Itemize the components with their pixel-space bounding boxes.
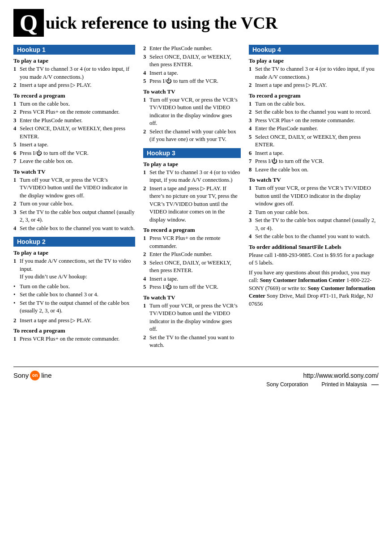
page-title: uick reference to using the VCR — [44, 14, 277, 31]
hookup3-record-list: 1Press VCR Plus+ on the remote commander… — [143, 235, 241, 291]
line-word: line — [41, 371, 51, 379]
list-item: 1Turn off your VCR, or press the VCR’s T… — [143, 302, 241, 333]
list-item: 7Press I/⏻ to turn off the VCR. — [249, 158, 379, 166]
main-columns: Hookup 1 To play a tape 1Set the TV to c… — [13, 45, 379, 351]
list-item: 1Turn on the cable box. — [13, 100, 135, 108]
sony-online-logo: Sony on line — [13, 371, 52, 380]
page-dash: — — [371, 380, 379, 388]
list-item: 2Turn on your cable box. — [13, 200, 135, 208]
hookup2-watch-heading: To watch TV — [143, 88, 241, 95]
sony-customer-info-1: Sony Customer Information Center — [260, 277, 345, 283]
hookup2-play-step2: 2Insert a tape and press ▷ PLAY. — [13, 317, 135, 325]
hookup2-watch-list: 1Turn off your VCR, or press the VCR’s T… — [143, 96, 241, 144]
hookup4-record-heading: To record a program — [249, 92, 379, 99]
list-item: 4Select ONCE, DAILY, or WEEKLY, then pre… — [13, 125, 135, 141]
list-item: 2Insert a tape and press ▷ PLAY. If ther… — [143, 185, 241, 224]
list-item: 5Press I/⏻ to turn off the VCR. — [143, 77, 241, 85]
list-item: •Set the cable box to channel 3 or 4. — [13, 291, 135, 299]
hookup1-watch-heading: To watch TV — [13, 168, 135, 175]
order-text1: Please call 1-888-293-9885. Cost is $9.9… — [249, 252, 379, 267]
hookup3-watch-heading: To watch TV — [143, 294, 241, 301]
list-item: 1Press VCR Plus+ on the remote commander… — [143, 235, 241, 250]
list-item: •Set the TV to the output channel of the… — [13, 299, 135, 315]
list-item: •Turn on the cable box. — [13, 283, 135, 291]
list-item: 1Turn on the cable box. — [249, 100, 379, 108]
list-item: 2Insert a tape and press ▷ PLAY. — [249, 81, 379, 90]
list-item: 2Insert a tape and press ▷ PLAY. — [13, 81, 135, 90]
list-item: 6Insert a tape. — [249, 149, 379, 158]
list-item: 7Leave the cable box on. — [13, 158, 135, 166]
list-item: 2Set the cable box to the channel you wa… — [249, 108, 379, 116]
sony-customer-info-2: Sony Customer Information Center — [249, 285, 375, 299]
hookup2-record-continued: 2Enter the PlusCode number. 3Select ONCE… — [143, 45, 241, 85]
hookup1-watch-list: 1Turn off your VCR, or press the VCR’s T… — [13, 176, 135, 233]
list-item: 1 If you made A/V connections, set the T… — [13, 257, 135, 281]
list-item: 1Press VCR Plus+ on the remote commander… — [13, 335, 135, 343]
hookup2-continued: 2Enter the PlusCode number. 3Select ONCE… — [143, 45, 241, 144]
hookup3-header: Hookup 3 — [143, 148, 241, 158]
page: Q uick reference to using the VCR Hookup… — [0, 0, 392, 555]
list-item: 2Enter the PlusCode number. — [143, 251, 241, 259]
hookup4-record-list: 1Turn on the cable box. 2Set the cable b… — [249, 100, 379, 174]
hookup4-order-heading: To order additional SmartFile Labels — [249, 243, 379, 251]
hookup3-play-list: 1Set the TV to channel 3 or 4 (or to vid… — [143, 169, 241, 224]
list-item: 1Turn off your VCR, or press the VCR’s T… — [249, 184, 379, 208]
hookup4-watch-heading: To watch TV — [249, 176, 379, 184]
on-badge: on — [30, 371, 40, 380]
list-item: 3Enter the PlusCode number. — [13, 117, 135, 125]
list-item: 3Select ONCE, DAILY, or WEEKLY, then pre… — [143, 259, 241, 275]
title-row: Q uick reference to using the VCR — [13, 9, 379, 37]
printed-in: Printed in Malaysia — [322, 381, 367, 388]
hookup2-play-list: 1 If you made A/V connections, set the T… — [13, 257, 135, 281]
list-item: 2Enter the PlusCode number. — [143, 45, 241, 53]
order-text2: If you have any questions about this pro… — [249, 269, 379, 308]
hookup2-record-heading: To record a program — [13, 327, 135, 334]
footer-url: http://www.world.sony.com/ — [303, 372, 379, 379]
sony-word: Sony — [13, 371, 29, 379]
list-item: 3Set the TV to the cable box output chan… — [13, 209, 135, 224]
list-item: 4Set the cable box to the channel you wa… — [249, 233, 379, 241]
list-item: 1Set the TV to channel 3 or 4 (or to vid… — [143, 169, 241, 184]
list-item: 2Turn on your cable box. — [249, 209, 379, 217]
list-item: 1Turn off your VCR, or press the VCR’s T… — [143, 96, 241, 128]
footer-bottom-bar: Sony Corporation Printed in Malaysia — — [13, 380, 379, 388]
list-item: 4Insert a tape. — [143, 275, 241, 283]
list-item: 3Set the TV to the cable box output chan… — [249, 217, 379, 232]
middle-column: 2Enter the PlusCode number. 3Select ONCE… — [143, 45, 249, 351]
hookup4-header: Hookup 4 — [249, 45, 379, 55]
hookup2-header: Hookup 2 — [13, 237, 135, 247]
footer: Sony on line http://www.world.sony.com/ … — [13, 359, 379, 388]
hookup3-record-heading: To record a program — [143, 226, 241, 234]
hookup4-play-list: 1Set the TV to channel 3 or 4 (or to vid… — [249, 65, 379, 90]
hookup2-play-heading: To play a tape — [13, 249, 135, 256]
hookup1-header: Hookup 1 — [13, 45, 135, 55]
list-item: 4Insert a tape. — [143, 69, 241, 77]
list-item: 5Press I/⏻ to turn off the VCR. — [143, 283, 241, 291]
list-item: 2Select the channel with your cable box … — [143, 128, 241, 144]
list-item: 1Set the TV to channel 3 or 4 (or to vid… — [249, 65, 379, 81]
hookup4-watch-list: 1Turn off your VCR, or press the VCR’s T… — [249, 184, 379, 241]
hookup4-play-heading: To play a tape — [249, 57, 379, 64]
list-item: 4Set the cable box to the channel you wa… — [13, 225, 135, 233]
hookup1-record-list: 1Turn on the cable box. 2Press VCR Plus+… — [13, 100, 135, 166]
hookup3-watch-list: 1Turn off your VCR, or press the VCR’s T… — [143, 302, 241, 350]
hookup2-bullets: •Turn on the cable box. •Set the cable b… — [13, 283, 135, 315]
company-name: Sony Corporation — [266, 381, 308, 388]
hookup1-record-heading: To record a program — [13, 92, 135, 99]
list-item: 3Press VCR Plus+ on the remote commander… — [249, 117, 379, 125]
list-item: 1Set the TV to channel 3 or 4 (or to vid… — [13, 65, 135, 81]
list-item: 1Turn off your VCR, or press the VCR’s T… — [13, 176, 135, 200]
list-item: 4Enter the PlusCode number. — [249, 125, 379, 133]
hookup1-play-heading: To play a tape — [13, 57, 135, 64]
left-column: Hookup 1 To play a tape 1Set the TV to c… — [13, 45, 143, 351]
q-letter: Q — [13, 9, 44, 37]
hookup3-play-heading: To play a tape — [143, 161, 241, 168]
list-item: 3Select ONCE, DAILY, or WEEKLY, then pre… — [143, 53, 241, 69]
hookup1-play-list: 1Set the TV to channel 3 or 4 (or to vid… — [13, 65, 135, 90]
list-item: 2Set the TV to the channel you want to w… — [143, 334, 241, 350]
list-item: 5Select ONCE, DAILY, or WEEKLY, then pre… — [249, 133, 379, 149]
list-item: 2Press VCR Plus+ on the remote commander… — [13, 108, 135, 116]
list-item: 2Insert a tape and press ▷ PLAY. — [13, 317, 135, 325]
footer-line: Sony on line http://www.world.sony.com/ — [13, 367, 379, 380]
list-item: 5Insert a tape. — [13, 141, 135, 149]
